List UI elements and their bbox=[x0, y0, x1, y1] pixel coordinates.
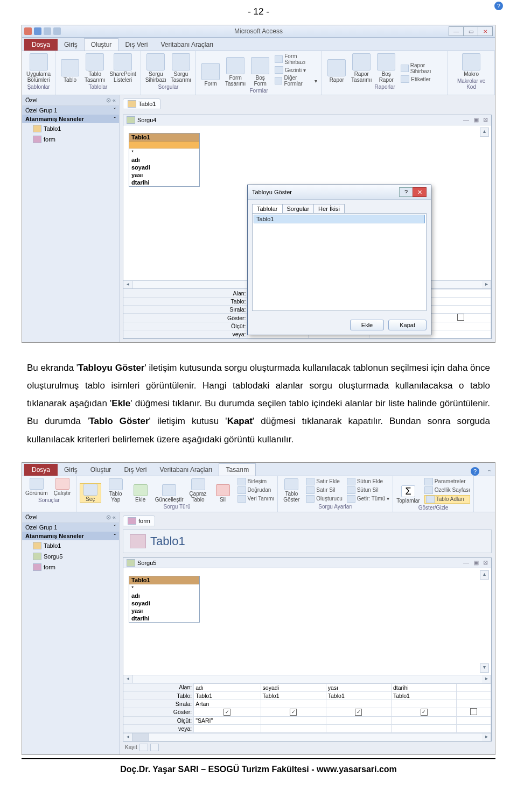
dialog-help-icon[interactable]: ? bbox=[399, 187, 413, 197]
link-getir-tumu[interactable]: Getir: Tümü ▾ bbox=[347, 495, 390, 503]
record-navigator[interactable]: Kayıt bbox=[123, 742, 492, 751]
field-dtarihi[interactable]: dtarihi bbox=[129, 179, 199, 186]
btn-form[interactable]: Form bbox=[200, 63, 221, 87]
subwin-header-2[interactable]: Sorgu5 — ▣ ⊠ bbox=[123, 558, 491, 568]
link-sutun-sil[interactable]: Sütun Sil bbox=[347, 486, 390, 494]
dialog-close-icon[interactable]: ✕ bbox=[413, 187, 427, 197]
btn-makro[interactable]: Makro bbox=[461, 53, 481, 77]
btn-tablo[interactable]: Tablo bbox=[60, 59, 80, 83]
btn-calistir[interactable]: Çalıştır bbox=[52, 478, 73, 496]
subwin-header[interactable]: Sorgu4 — ▣ ⊠ bbox=[123, 115, 491, 125]
link-birlesim[interactable]: Birleşim bbox=[237, 478, 275, 485]
field2-soyadi[interactable]: soyadi bbox=[129, 599, 199, 607]
tab2-giris[interactable]: Giriş bbox=[58, 464, 84, 476]
source-table-box-2[interactable]: Tablo1 * adı soyadi yası dtarihi bbox=[129, 576, 200, 623]
record-first-icon[interactable] bbox=[139, 744, 148, 751]
field2-adi[interactable]: adı bbox=[129, 592, 199, 599]
btn-uygulama-bolumleri[interactable]: Uygulama Bölümleri bbox=[26, 53, 51, 83]
btn-rapor-tasarimi[interactable]: Rapor Tasarımı bbox=[351, 53, 372, 83]
btn-sorgu-tasarimi[interactable]: Sorgu Tasarımı bbox=[171, 53, 191, 83]
subwin2-min-icon[interactable]: — bbox=[463, 559, 469, 566]
link-satir-sil[interactable]: Satır Sil bbox=[306, 486, 342, 494]
link-dogrudan[interactable]: Doğrudan bbox=[237, 486, 275, 494]
link-tablo-adlari[interactable]: Tablo Adları bbox=[424, 495, 470, 504]
link-rapor-sihirbazi[interactable]: Rapor Sihirbazı bbox=[401, 62, 443, 74]
ribbon-collapse-icon[interactable]: ⌃ bbox=[484, 469, 495, 476]
btn-form-tasarimi[interactable]: Form Tasarımı bbox=[225, 57, 246, 87]
btn-rapor[interactable]: Rapor bbox=[326, 59, 347, 83]
link-sutun-ekle[interactable]: Sütun Ekle bbox=[347, 478, 390, 485]
query-canvas-2[interactable]: ▴ ▾ Tablo1 * adı soyadi yası dtarihi bbox=[123, 568, 491, 675]
field2-yasi[interactable]: yası bbox=[129, 607, 199, 615]
nav-group-1-2[interactable]: Özel Grup 1ˇ bbox=[22, 523, 119, 532]
nav-item-tablo1[interactable]: Tablo1 bbox=[22, 123, 119, 134]
link-ozellik-sayfasi[interactable]: Özellik Sayfası bbox=[424, 486, 470, 494]
subwin2-restore-icon[interactable]: ▣ bbox=[473, 559, 479, 566]
doc-tab-form[interactable]: form bbox=[123, 516, 155, 526]
nav-header[interactable]: Özel⊙ « bbox=[22, 95, 119, 106]
dialog-tab-tablolar[interactable]: Tablolar bbox=[252, 204, 283, 213]
btn-sharepoint-listeleri[interactable]: SharePoint Listeleri bbox=[109, 53, 136, 83]
nav-item2-sorgu5[interactable]: Sorgu5 bbox=[22, 551, 119, 562]
file-tab[interactable]: Dosya bbox=[24, 39, 58, 51]
query-design-grid-2[interactable]: Alan: adı soyadi yası dtarihi Tablo: Tab… bbox=[123, 683, 491, 741]
nav-item2-tablo1[interactable]: Tablo1 bbox=[22, 540, 119, 551]
field-adi[interactable]: adı bbox=[129, 156, 199, 164]
nav-group-2[interactable]: Atanmamış Nesnelerˇ bbox=[22, 115, 119, 123]
query-canvas[interactable]: ▴ Tablo1 * adı soyadi yası dtarihi Tablo… bbox=[123, 125, 491, 280]
subwin-min-icon[interactable]: — bbox=[463, 116, 469, 123]
link-gezinti[interactable]: Gezinti ▾ bbox=[275, 66, 317, 74]
btn-tablo-yap[interactable]: Tablo Yap bbox=[106, 478, 126, 503]
btn-toplamlar[interactable]: ΣToplamlar bbox=[396, 485, 420, 504]
file-tab-2[interactable]: Dosya bbox=[24, 464, 58, 476]
tab-disveri[interactable]: Dış Veri bbox=[118, 39, 154, 51]
tab-olustur[interactable]: Oluştur bbox=[84, 38, 119, 51]
link-satir-ekle[interactable]: Satır Ekle bbox=[306, 478, 342, 485]
subwin-close-icon[interactable]: ⊠ bbox=[483, 116, 488, 123]
nav-header-2[interactable]: Özel⊙ « bbox=[22, 512, 119, 523]
doc-tab-tablo1[interactable]: Tablo1 bbox=[123, 98, 160, 109]
tab2-tasarim[interactable]: Tasarım bbox=[219, 463, 256, 476]
dialog-add-button[interactable]: Ekle bbox=[350, 320, 384, 330]
btn-sil[interactable]: Sil bbox=[213, 484, 233, 503]
link-diger-formlar[interactable]: Diğer Formlar ▾ bbox=[275, 75, 317, 87]
field2-star[interactable]: * bbox=[129, 584, 199, 592]
btn-bos-rapor[interactable]: Boş Rapor bbox=[376, 53, 396, 83]
tab-veritabani-araclari[interactable]: Veritabanı Araçları bbox=[154, 39, 220, 51]
qgrid-hscroll[interactable]: ◂▸ bbox=[123, 733, 491, 741]
scroll-up-icon[interactable]: ▴ bbox=[480, 128, 489, 137]
dialog-titlebar[interactable]: Tabloyu Göster ? ✕ bbox=[248, 185, 431, 200]
link-veri-tanimi[interactable]: Veri Tanımı bbox=[237, 495, 275, 503]
btn-bos-form[interactable]: Boş Form bbox=[250, 57, 270, 87]
dialog-list-item-tablo1[interactable]: Tablo1 bbox=[254, 215, 425, 223]
btn-ekle[interactable]: Ekle bbox=[130, 484, 151, 503]
nav-item-form[interactable]: form bbox=[22, 134, 119, 145]
link-parametreler[interactable]: Parametreler bbox=[424, 478, 470, 485]
nav-group-2-2[interactable]: Atanmamış Nesnelerˇ bbox=[22, 532, 119, 540]
source-table-box[interactable]: Tablo1 * adı soyadi yası dtarihi bbox=[129, 133, 200, 187]
field-soyadi[interactable]: soyadi bbox=[129, 164, 199, 171]
field-yasi[interactable]: yası bbox=[129, 171, 199, 179]
tab-giris[interactable]: Giriş bbox=[58, 39, 84, 51]
link-form-sihirbazi[interactable]: Form Sihirbazı bbox=[275, 53, 317, 65]
nav-group-1[interactable]: Özel Grup 1ˇ bbox=[22, 106, 119, 115]
link-olusturucu[interactable]: Oluşturucu bbox=[306, 495, 342, 503]
link-etiketler[interactable]: Etiketler bbox=[401, 75, 443, 83]
record-prev-icon[interactable] bbox=[150, 744, 159, 751]
scroll-up-icon-2[interactable]: ▴ bbox=[480, 570, 489, 580]
btn-sec[interactable]: Seç bbox=[80, 483, 101, 503]
btn-sorgu-sihirbazi[interactable]: Sorgu Sihirbazı bbox=[145, 53, 166, 83]
tab2-disveri[interactable]: Dış Veri bbox=[117, 464, 153, 476]
btn-tablo-goster[interactable]: Tablo Göster bbox=[281, 478, 302, 503]
btn-tablo-tasarimi[interactable]: Tablo Tasarımı bbox=[85, 53, 105, 83]
canvas-hscroll-2[interactable]: ◂▸ bbox=[123, 675, 491, 683]
help-icon[interactable]: ? bbox=[494, 2, 503, 10]
btn-capraz-tablo[interactable]: Çapraz Tablo bbox=[188, 478, 208, 503]
subwin2-close-icon[interactable]: ⊠ bbox=[483, 559, 488, 566]
btn-gorunum[interactable]: Görünüm bbox=[25, 478, 48, 496]
subwin-restore-icon[interactable]: ▣ bbox=[473, 116, 479, 123]
tab2-veritabani-araclari[interactable]: Veritabanı Araçları bbox=[153, 464, 219, 476]
dialog-table-list[interactable]: Tablo1 bbox=[252, 213, 427, 311]
dialog-tab-sorgular[interactable]: Sorgular bbox=[282, 204, 315, 213]
dialog-tab-herikisi[interactable]: Her İkisi bbox=[313, 204, 345, 213]
